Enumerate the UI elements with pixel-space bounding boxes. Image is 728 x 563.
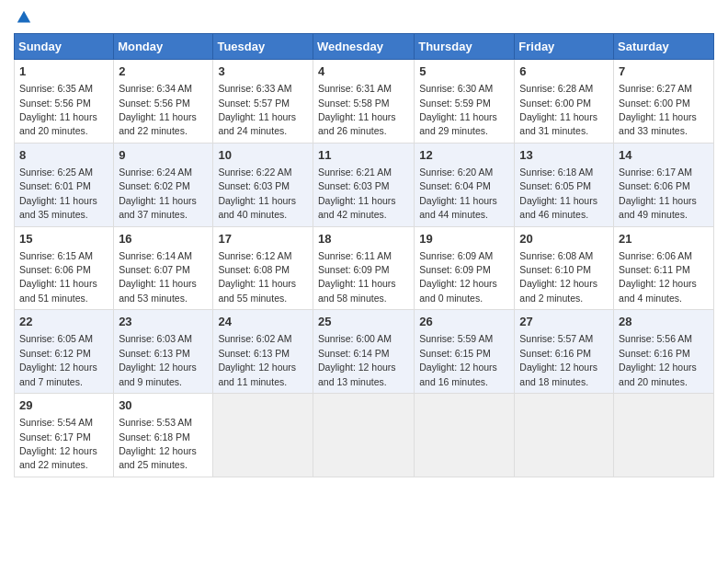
day-info: Sunrise: 6:09 AMSunset: 6:09 PMDaylight:…	[419, 250, 497, 304]
day-num: 23	[119, 314, 208, 330]
calendar-day-10: 10Sunrise: 6:22 AMSunset: 6:03 PMDayligh…	[213, 143, 313, 226]
header-tuesday: Tuesday	[213, 34, 313, 60]
calendar-week-5: 29Sunrise: 5:54 AMSunset: 6:17 PMDayligh…	[15, 394, 714, 477]
calendar-day-empty	[614, 394, 714, 477]
day-info: Sunrise: 6:15 AMSunset: 6:06 PMDaylight:…	[19, 250, 97, 304]
day-info: Sunrise: 5:59 AMSunset: 6:15 PMDaylight:…	[419, 333, 497, 386]
svg-marker-0	[17, 11, 30, 23]
day-info: Sunrise: 6:35 AMSunset: 5:56 PMDaylight:…	[19, 83, 97, 136]
day-num: 10	[218, 147, 308, 164]
day-info: Sunrise: 6:24 AMSunset: 6:02 PMDaylight:…	[119, 167, 197, 220]
calendar-week-2: 8Sunrise: 6:25 AMSunset: 6:01 PMDaylight…	[15, 143, 714, 226]
calendar-day-17: 17Sunrise: 6:12 AMSunset: 6:08 PMDayligh…	[213, 226, 313, 310]
day-info: Sunrise: 6:28 AMSunset: 6:00 PMDaylight:…	[519, 83, 597, 136]
day-num: 15	[19, 231, 108, 247]
day-num: 2	[119, 63, 208, 80]
calendar-day-22: 22Sunrise: 6:05 AMSunset: 6:12 PMDayligh…	[15, 310, 114, 394]
calendar-day-1: 1Sunrise: 6:35 AMSunset: 5:56 PMDaylight…	[15, 60, 114, 144]
calendar-day-2: 2Sunrise: 6:34 AMSunset: 5:56 PMDaylight…	[114, 60, 213, 144]
header-monday: Monday	[114, 34, 213, 60]
calendar-day-29: 29Sunrise: 5:54 AMSunset: 6:17 PMDayligh…	[15, 394, 114, 477]
day-info: Sunrise: 6:34 AMSunset: 5:56 PMDaylight:…	[119, 83, 197, 136]
calendar-day-empty	[213, 394, 313, 477]
day-info: Sunrise: 6:08 AMSunset: 6:10 PMDaylight:…	[519, 250, 597, 304]
day-info: Sunrise: 6:17 AMSunset: 6:06 PMDaylight:…	[619, 167, 697, 220]
day-num: 7	[619, 63, 709, 80]
header-thursday: Thursday	[415, 34, 515, 60]
day-info: Sunrise: 5:53 AMSunset: 6:18 PMDaylight:…	[119, 417, 197, 470]
calendar-day-20: 20Sunrise: 6:08 AMSunset: 6:10 PMDayligh…	[515, 226, 614, 310]
calendar-day-6: 6Sunrise: 6:28 AMSunset: 6:00 PMDaylight…	[515, 60, 614, 144]
calendar-day-12: 12Sunrise: 6:20 AMSunset: 6:04 PMDayligh…	[415, 143, 515, 226]
calendar-day-24: 24Sunrise: 6:02 AMSunset: 6:13 PMDayligh…	[213, 310, 313, 394]
calendar-day-27: 27Sunrise: 5:57 AMSunset: 6:16 PMDayligh…	[515, 310, 614, 394]
calendar-day-empty	[415, 394, 515, 477]
calendar-day-empty	[515, 394, 614, 477]
day-num: 5	[419, 63, 509, 80]
calendar-day-14: 14Sunrise: 6:17 AMSunset: 6:06 PMDayligh…	[614, 143, 714, 226]
day-info: Sunrise: 6:27 AMSunset: 6:00 PMDaylight:…	[619, 83, 697, 136]
day-num: 24	[218, 314, 308, 330]
calendar-day-4: 4Sunrise: 6:31 AMSunset: 5:58 PMDaylight…	[313, 60, 414, 144]
calendar-day-21: 21Sunrise: 6:06 AMSunset: 6:11 PMDayligh…	[614, 226, 714, 310]
day-info: Sunrise: 6:05 AMSunset: 6:12 PMDaylight:…	[19, 333, 97, 386]
day-info: Sunrise: 6:02 AMSunset: 6:13 PMDaylight:…	[218, 333, 296, 386]
day-num: 30	[119, 397, 208, 414]
day-info: Sunrise: 6:18 AMSunset: 6:05 PMDaylight:…	[519, 167, 597, 220]
calendar-day-7: 7Sunrise: 6:27 AMSunset: 6:00 PMDaylight…	[614, 60, 714, 144]
day-num: 1	[19, 63, 108, 80]
day-info: Sunrise: 5:54 AMSunset: 6:17 PMDaylight:…	[19, 417, 97, 470]
calendar-day-15: 15Sunrise: 6:15 AMSunset: 6:06 PMDayligh…	[15, 226, 114, 310]
day-info: Sunrise: 5:57 AMSunset: 6:16 PMDaylight:…	[519, 333, 597, 386]
header-sunday: Sunday	[15, 34, 114, 60]
day-info: Sunrise: 6:30 AMSunset: 5:59 PMDaylight:…	[419, 83, 497, 136]
day-info: Sunrise: 6:21 AMSunset: 6:03 PMDaylight:…	[318, 167, 396, 220]
day-info: Sunrise: 6:14 AMSunset: 6:07 PMDaylight:…	[119, 250, 197, 304]
calendar-day-19: 19Sunrise: 6:09 AMSunset: 6:09 PMDayligh…	[415, 226, 515, 310]
calendar-day-9: 9Sunrise: 6:24 AMSunset: 6:02 PMDaylight…	[114, 143, 213, 226]
day-num: 26	[419, 314, 509, 330]
calendar-header-row: SundayMondayTuesdayWednesdayThursdayFrid…	[15, 34, 714, 60]
calendar-day-18: 18Sunrise: 6:11 AMSunset: 6:09 PMDayligh…	[313, 226, 414, 310]
day-info: Sunrise: 6:00 AMSunset: 6:14 PMDaylight:…	[318, 333, 396, 386]
calendar-day-3: 3Sunrise: 6:33 AMSunset: 5:57 PMDaylight…	[213, 60, 313, 144]
calendar-day-23: 23Sunrise: 6:03 AMSunset: 6:13 PMDayligh…	[114, 310, 213, 394]
day-info: Sunrise: 6:06 AMSunset: 6:11 PMDaylight:…	[619, 250, 697, 304]
day-num: 9	[119, 147, 208, 164]
day-num: 8	[19, 147, 108, 164]
day-info: Sunrise: 6:12 AMSunset: 6:08 PMDaylight:…	[218, 250, 296, 304]
day-info: Sunrise: 6:31 AMSunset: 5:58 PMDaylight:…	[318, 83, 396, 136]
day-info: Sunrise: 6:22 AMSunset: 6:03 PMDaylight:…	[218, 167, 296, 220]
day-num: 20	[519, 231, 609, 247]
calendar-day-16: 16Sunrise: 6:14 AMSunset: 6:07 PMDayligh…	[114, 226, 213, 310]
day-info: Sunrise: 5:56 AMSunset: 6:16 PMDaylight:…	[619, 333, 697, 386]
logo-icon	[16, 9, 32, 26]
day-num: 28	[619, 314, 709, 330]
page-header	[14, 9, 714, 26]
day-num: 19	[419, 231, 509, 247]
day-num: 13	[519, 147, 609, 164]
day-info: Sunrise: 6:25 AMSunset: 6:01 PMDaylight:…	[19, 167, 97, 220]
calendar-day-28: 28Sunrise: 5:56 AMSunset: 6:16 PMDayligh…	[614, 310, 714, 394]
header-wednesday: Wednesday	[313, 34, 414, 60]
calendar-day-8: 8Sunrise: 6:25 AMSunset: 6:01 PMDaylight…	[15, 143, 114, 226]
calendar-day-30: 30Sunrise: 5:53 AMSunset: 6:18 PMDayligh…	[114, 394, 213, 477]
day-num: 16	[119, 231, 208, 247]
day-num: 18	[318, 231, 409, 247]
day-num: 4	[318, 63, 409, 80]
calendar-week-4: 22Sunrise: 6:05 AMSunset: 6:12 PMDayligh…	[15, 310, 714, 394]
day-info: Sunrise: 6:20 AMSunset: 6:04 PMDaylight:…	[419, 167, 497, 220]
day-num: 11	[318, 147, 409, 164]
calendar-week-1: 1Sunrise: 6:35 AMSunset: 5:56 PMDaylight…	[15, 60, 714, 144]
calendar-day-25: 25Sunrise: 6:00 AMSunset: 6:14 PMDayligh…	[313, 310, 414, 394]
day-num: 21	[619, 231, 709, 247]
day-num: 25	[318, 314, 409, 330]
calendar-day-13: 13Sunrise: 6:18 AMSunset: 6:05 PMDayligh…	[515, 143, 614, 226]
day-info: Sunrise: 6:03 AMSunset: 6:13 PMDaylight:…	[119, 333, 197, 386]
day-info: Sunrise: 6:33 AMSunset: 5:57 PMDaylight:…	[218, 83, 296, 136]
day-num: 14	[619, 147, 709, 164]
day-num: 17	[218, 231, 308, 247]
header-saturday: Saturday	[614, 34, 714, 60]
day-num: 6	[519, 63, 609, 80]
calendar-table: SundayMondayTuesdayWednesdayThursdayFrid…	[14, 33, 714, 477]
